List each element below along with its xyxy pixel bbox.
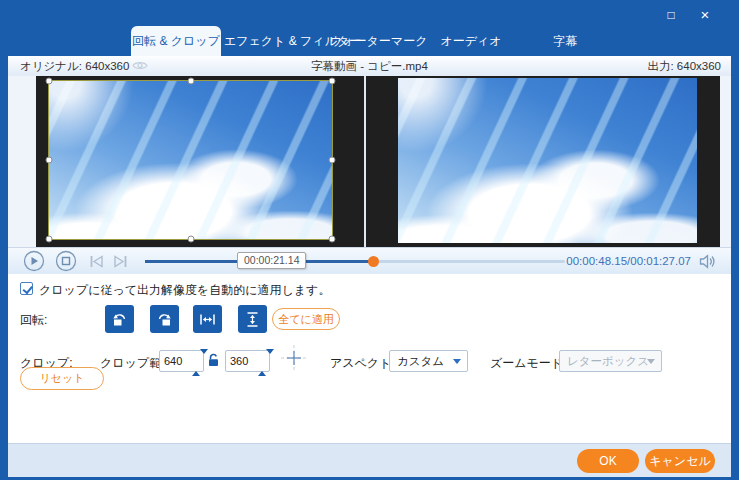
preview-info-bar: 字幕動画 - コピー.mp4 オリジナル: 640x360 出力: 640x36… <box>8 56 731 76</box>
next-frame-button[interactable] <box>113 254 135 276</box>
tab-audio[interactable]: オーディオ <box>430 26 512 56</box>
auto-resolution-label: クロップに従って出力解像度を自動的に適用します。 <box>39 282 330 299</box>
rotate-right-icon <box>156 311 173 328</box>
tab-subtitles[interactable]: 字幕 <box>530 26 600 56</box>
rotate-left-icon <box>111 311 128 328</box>
player-controls-bar: 00:00:21.14 00:00:48.15/00:01:27.07 <box>8 247 731 274</box>
tab-effects-filters[interactable]: エフェクト & フィルター <box>224 26 326 56</box>
zoom-mode-label: ズームモード: <box>490 355 566 372</box>
flip-vertical-icon <box>244 311 261 328</box>
rotate-left-button[interactable] <box>105 305 134 333</box>
crop-handle-top-left[interactable] <box>46 78 53 85</box>
close-icon[interactable]: × <box>695 6 715 24</box>
crop-handle-bottom-center[interactable] <box>187 236 194 243</box>
eye-icon[interactable] <box>132 60 148 73</box>
apply-to-all-button[interactable]: 全てに適用 <box>272 308 340 330</box>
rotate-crop-dialog: □ × 回転 & クロップ エフェクト & フィルター ウォーターマーク オーデ… <box>0 0 739 480</box>
ok-button[interactable]: OK <box>577 449 639 473</box>
step-up-icon[interactable] <box>192 354 200 376</box>
auto-resolution-checkbox[interactable] <box>20 282 33 295</box>
reset-button[interactable]: リセット <box>20 367 104 390</box>
step-down-icon[interactable] <box>266 349 274 371</box>
crop-width-spinner <box>159 350 204 372</box>
output-resolution-label: 出力: 640x360 <box>647 59 721 74</box>
crop-height-input[interactable] <box>230 351 256 371</box>
options-panel: クロップに従って出力解像度を自動的に適用します。 回転: <box>8 274 731 443</box>
tab-watermark[interactable]: ウォーターマーク <box>330 26 420 56</box>
crop-height-stepper[interactable] <box>258 354 266 369</box>
crop-handle-bottom-right[interactable] <box>329 236 336 243</box>
maximize-icon[interactable]: □ <box>661 6 681 24</box>
crop-handle-middle-left[interactable] <box>46 157 53 164</box>
original-resolution-label: オリジナル: 640x360 <box>20 59 129 74</box>
crop-handle-bottom-left[interactable] <box>46 236 53 243</box>
preview-divider <box>364 76 366 247</box>
crop-handle-top-center[interactable] <box>187 78 194 85</box>
time-display: 00:00:48.15/00:01:27.07 <box>566 255 691 267</box>
flip-horizontal-icon <box>199 311 216 328</box>
preview-stage <box>8 76 731 247</box>
aspect-ratio-value: カスタム <box>397 355 444 367</box>
timeline-position-tooltip: 00:00:21.14 <box>237 252 306 269</box>
crop-height-spinner <box>225 350 270 372</box>
crop-handle-middle-right[interactable] <box>329 157 336 164</box>
crop-selection-box[interactable] <box>48 80 333 240</box>
crop-position-crosshair-icon[interactable] <box>280 344 308 376</box>
zoom-mode-value: レターボックス <box>567 355 649 367</box>
rotation-label: 回転: <box>20 312 47 329</box>
original-video-preview <box>48 80 333 240</box>
footer-bar: OK キャンセル <box>8 443 731 477</box>
timeline-slider[interactable] <box>145 260 565 263</box>
crop-handle-top-right[interactable] <box>329 78 336 85</box>
rotate-right-button[interactable] <box>150 305 179 333</box>
tab-rotate-crop[interactable]: 回転 & クロップ <box>131 26 221 56</box>
zoom-mode-select: レターボックス <box>559 350 662 372</box>
step-up-icon[interactable] <box>258 354 266 376</box>
play-button[interactable] <box>23 250 45 272</box>
crop-width-input[interactable] <box>164 351 190 371</box>
chevron-down-icon <box>453 359 461 364</box>
volume-icon[interactable] <box>699 254 716 273</box>
timeline-handle[interactable] <box>368 256 379 267</box>
output-video-preview <box>398 78 697 243</box>
aspect-ratio-select[interactable]: カスタム <box>389 350 468 372</box>
crop-width-stepper[interactable] <box>192 354 200 369</box>
flip-vertical-button[interactable] <box>238 305 267 333</box>
aspect-lock-icon[interactable] <box>207 353 220 371</box>
flip-horizontal-button[interactable] <box>193 305 222 333</box>
chevron-down-icon <box>647 359 655 364</box>
previous-frame-button[interactable] <box>89 254 111 276</box>
cancel-button[interactable]: キャンセル <box>645 449 715 473</box>
stop-button[interactable] <box>55 250 77 272</box>
